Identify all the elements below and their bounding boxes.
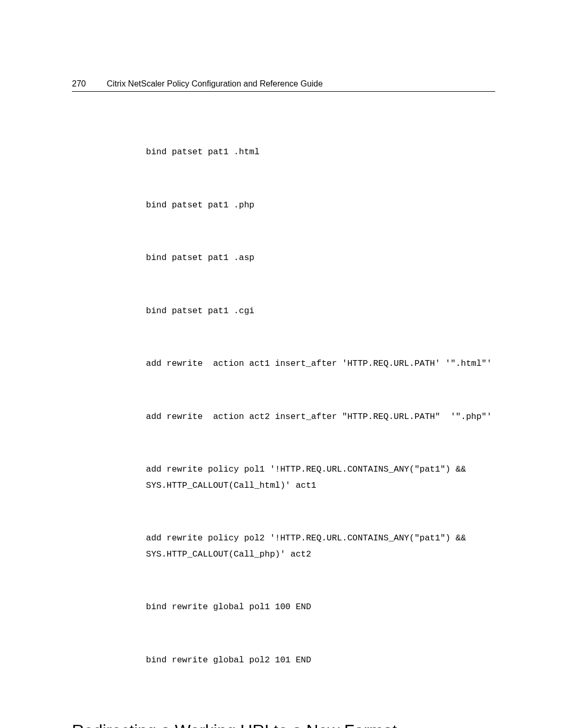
code-line: add rewrite policy pol2 '!HTTP.REQ.URL.C… — [146, 530, 495, 562]
page-header: 270 Citrix NetScaler Policy Configuratio… — [72, 79, 495, 92]
code-line: bind patset pat1 .cgi — [146, 303, 495, 319]
document-page: 270 Citrix NetScaler Policy Configuratio… — [0, 0, 563, 728]
document-title: Citrix NetScaler Policy Configuration an… — [107, 79, 323, 89]
code-line: add rewrite action act2 insert_after "HT… — [146, 409, 495, 425]
code-line: bind patset pat1 .asp — [146, 250, 495, 266]
code-line: add rewrite action act1 insert_after 'HT… — [146, 356, 495, 372]
code-line: bind patset pat1 .html — [146, 144, 495, 161]
section-heading: Redirecting a Working URI to a New Forma… — [72, 721, 495, 728]
code-line: bind rewrite global pol2 101 END — [146, 652, 495, 669]
page-number: 270 — [72, 79, 86, 89]
code-block-top: bind patset pat1 .html bind patset pat1 … — [146, 113, 495, 706]
code-line: bind rewrite global pol1 100 END — [146, 599, 495, 615]
code-line: add rewrite policy pol1 '!HTTP.REQ.URL.C… — [146, 462, 495, 493]
code-line: bind patset pat1 .php — [146, 198, 495, 214]
